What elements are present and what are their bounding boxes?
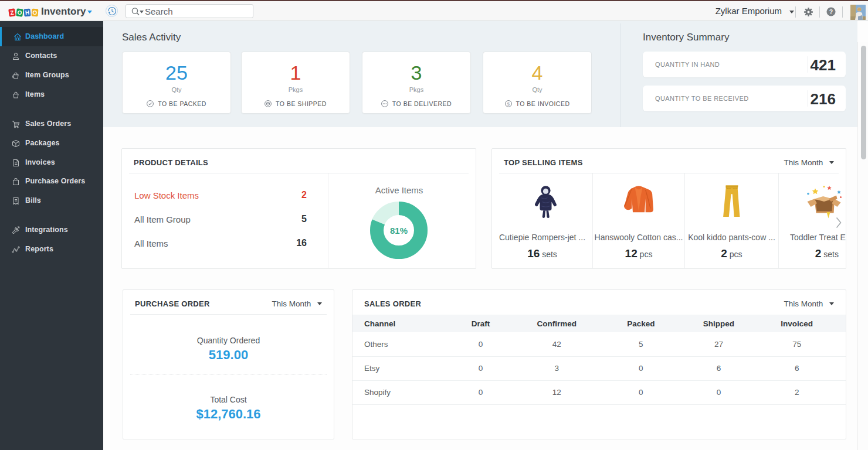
svg-text:?: ? [829, 8, 833, 15]
svg-text:81%: 81% [390, 226, 408, 236]
svg-text:$: $ [507, 101, 510, 107]
